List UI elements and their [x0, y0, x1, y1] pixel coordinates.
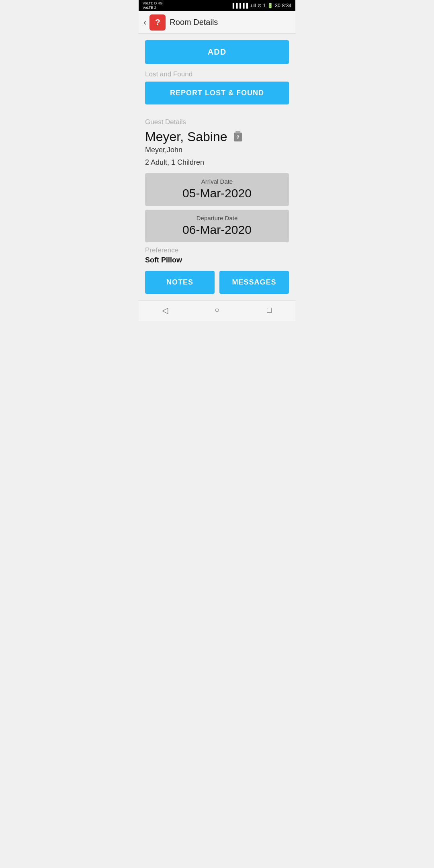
notes-button[interactable]: NOTES — [145, 271, 215, 294]
status-volte-top: VoLTE D 4G — [143, 1, 163, 6]
status-volte-bottom: VoLTE 2 — [143, 6, 163, 10]
preference-label: Preference — [145, 246, 289, 254]
page-title: Room Details — [170, 18, 218, 27]
nav-recent-button[interactable]: □ — [263, 304, 275, 316]
preference-value: Soft Pillow — [145, 256, 289, 264]
guest-details-label: Guest Details — [145, 118, 289, 126]
guest-name-row: Meyer, Sabine ? — [145, 129, 289, 144]
nav-back-button[interactable]: ◁ — [159, 304, 171, 316]
nav-bar: ◁ ○ □ — [139, 300, 295, 321]
nav-home-button[interactable]: ○ — [211, 304, 223, 316]
svg-rect-1 — [235, 131, 240, 133]
guest-details-section: Guest Details Meyer, Sabine ? Meyer,John… — [139, 113, 295, 167]
logo-text: ? — [155, 17, 160, 28]
add-button[interactable]: ADD — [145, 40, 289, 64]
signal-icon-2: .ull — [250, 3, 256, 8]
departure-date-value: 06-Mar-2020 — [151, 223, 283, 237]
guest-primary-name: Meyer, Sabine — [145, 129, 227, 144]
arrival-date-card: Arrival Date 05-Mar-2020 — [145, 173, 289, 206]
arrival-date-label: Arrival Date — [151, 178, 283, 185]
status-bar: VoLTE D 4G VoLTE 2 ▐▐▐▐▐ .ull ⊙ 1 🔋 30 8… — [139, 0, 295, 11]
arrival-date-value: 05-Mar-2020 — [151, 186, 283, 200]
departure-date-card: Departure Date 06-Mar-2020 — [145, 210, 289, 242]
guest-secondary-name: Meyer,John — [145, 146, 289, 154]
wifi-num: 1 — [263, 3, 266, 8]
nav-recent-icon: □ — [267, 305, 272, 315]
report-lost-found-button[interactable]: REPORT LOST & FOUND — [145, 82, 289, 104]
content-area: ADD Lost and Found REPORT LOST & FOUND G… — [139, 34, 295, 300]
clipboard-icon[interactable]: ? — [232, 130, 244, 144]
battery-icon: 🔋 — [267, 3, 273, 8]
header: ‹ ? Room Details — [139, 11, 295, 34]
nav-home-icon: ○ — [215, 305, 219, 315]
guest-occupancy: 2 Adult, 1 Children — [145, 158, 289, 167]
lost-and-found-label: Lost and Found — [145, 70, 289, 78]
wifi-icon: ⊙ — [258, 3, 262, 8]
svg-text:?: ? — [236, 135, 239, 140]
status-right: ▐▐▐▐▐ .ull ⊙ 1 🔋 30 8:34 — [231, 3, 291, 8]
nav-back-icon: ◁ — [162, 305, 168, 315]
status-left: VoLTE D 4G VoLTE 2 — [143, 1, 163, 10]
clock: 8:34 — [282, 3, 291, 8]
app-logo: ? — [149, 14, 166, 31]
messages-button[interactable]: MESSAGES — [219, 271, 289, 294]
back-button[interactable]: ‹ — [143, 17, 146, 28]
bottom-buttons: NOTES MESSAGES — [145, 271, 289, 294]
departure-date-label: Departure Date — [151, 215, 283, 221]
battery-level: 30 — [275, 3, 280, 8]
signal-icon: ▐▐▐▐▐ — [231, 3, 248, 8]
